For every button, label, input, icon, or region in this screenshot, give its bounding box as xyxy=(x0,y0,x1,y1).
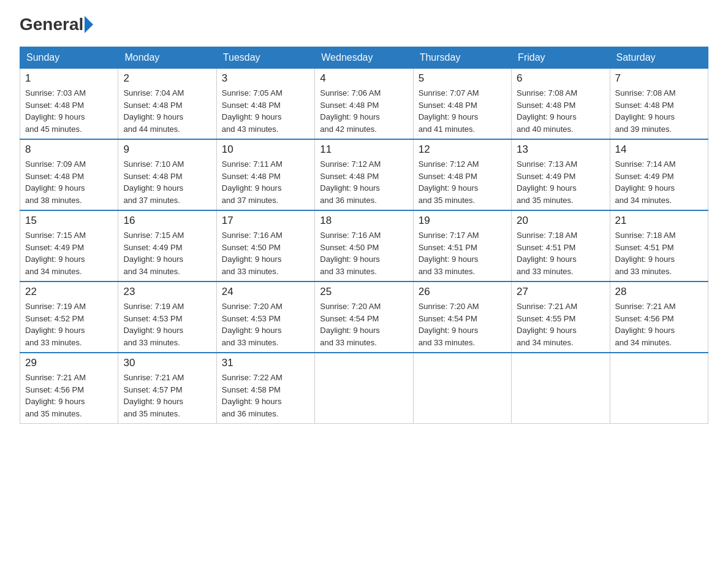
table-row: 17 Sunrise: 7:16 AM Sunset: 4:50 PM Dayl… xyxy=(216,210,314,282)
day-number: 3 xyxy=(222,72,309,85)
table-row: 7 Sunrise: 7:08 AM Sunset: 4:48 PM Dayli… xyxy=(610,69,708,140)
table-row xyxy=(512,353,610,424)
table-row xyxy=(315,353,413,424)
day-info: Sunrise: 7:06 AM Sunset: 4:48 PM Dayligh… xyxy=(320,87,408,135)
day-info: Sunrise: 7:22 AM Sunset: 4:58 PM Dayligh… xyxy=(222,372,309,419)
day-info: Sunrise: 7:11 AM Sunset: 4:48 PM Dayligh… xyxy=(222,158,309,206)
day-info: Sunrise: 7:16 AM Sunset: 4:50 PM Dayligh… xyxy=(320,229,408,277)
table-row: 1 Sunrise: 7:03 AM Sunset: 4:48 PM Dayli… xyxy=(20,69,118,140)
day-number: 1 xyxy=(25,72,113,85)
day-info: Sunrise: 7:08 AM Sunset: 4:48 PM Dayligh… xyxy=(517,87,604,135)
calendar-week-3: 15 Sunrise: 7:15 AM Sunset: 4:49 PM Dayl… xyxy=(20,210,708,282)
table-row: 18 Sunrise: 7:16 AM Sunset: 4:50 PM Dayl… xyxy=(315,210,413,282)
table-row: 23 Sunrise: 7:19 AM Sunset: 4:53 PM Dayl… xyxy=(118,282,216,353)
day-info: Sunrise: 7:17 AM Sunset: 4:51 PM Dayligh… xyxy=(419,229,506,277)
day-number: 5 xyxy=(419,72,506,85)
day-info: Sunrise: 7:10 AM Sunset: 4:48 PM Dayligh… xyxy=(123,158,211,206)
table-row: 8 Sunrise: 7:09 AM Sunset: 4:48 PM Dayli… xyxy=(20,139,118,210)
table-row: 30 Sunrise: 7:21 AM Sunset: 4:57 PM Dayl… xyxy=(118,353,216,424)
day-info: Sunrise: 7:21 AM Sunset: 4:55 PM Dayligh… xyxy=(517,301,604,348)
day-number: 20 xyxy=(517,215,604,227)
day-number: 21 xyxy=(615,215,703,227)
day-info: Sunrise: 7:05 AM Sunset: 4:48 PM Dayligh… xyxy=(222,87,309,135)
day-number: 11 xyxy=(320,144,408,156)
day-info: Sunrise: 7:15 AM Sunset: 4:49 PM Dayligh… xyxy=(123,229,211,277)
day-info: Sunrise: 7:18 AM Sunset: 4:51 PM Dayligh… xyxy=(517,229,604,277)
col-thursday: Thursday xyxy=(413,47,511,69)
table-row: 20 Sunrise: 7:18 AM Sunset: 4:51 PM Dayl… xyxy=(512,210,610,282)
calendar-week-5: 29 Sunrise: 7:21 AM Sunset: 4:56 PM Dayl… xyxy=(20,353,708,424)
table-row: 28 Sunrise: 7:21 AM Sunset: 4:56 PM Dayl… xyxy=(610,282,708,353)
table-row: 4 Sunrise: 7:06 AM Sunset: 4:48 PM Dayli… xyxy=(315,69,413,140)
day-number: 9 xyxy=(123,144,211,156)
table-row: 3 Sunrise: 7:05 AM Sunset: 4:48 PM Dayli… xyxy=(216,69,314,140)
day-number: 10 xyxy=(222,144,309,156)
table-row: 10 Sunrise: 7:11 AM Sunset: 4:48 PM Dayl… xyxy=(216,139,314,210)
table-row: 21 Sunrise: 7:18 AM Sunset: 4:51 PM Dayl… xyxy=(610,210,708,282)
logo-triangle-icon xyxy=(85,16,93,33)
col-friday: Friday xyxy=(512,47,610,69)
day-number: 26 xyxy=(419,286,506,298)
day-info: Sunrise: 7:20 AM Sunset: 4:53 PM Dayligh… xyxy=(222,301,309,348)
day-info: Sunrise: 7:12 AM Sunset: 4:48 PM Dayligh… xyxy=(419,158,506,206)
day-info: Sunrise: 7:16 AM Sunset: 4:50 PM Dayligh… xyxy=(222,229,309,277)
day-info: Sunrise: 7:19 AM Sunset: 4:52 PM Dayligh… xyxy=(25,301,113,348)
table-row: 6 Sunrise: 7:08 AM Sunset: 4:48 PM Dayli… xyxy=(512,69,610,140)
table-row: 24 Sunrise: 7:20 AM Sunset: 4:53 PM Dayl… xyxy=(216,282,314,353)
day-number: 4 xyxy=(320,72,408,85)
day-number: 8 xyxy=(25,144,113,156)
day-info: Sunrise: 7:04 AM Sunset: 4:48 PM Dayligh… xyxy=(123,87,211,135)
calendar-table: Sunday Monday Tuesday Wednesday Thursday… xyxy=(20,47,708,424)
table-row: 26 Sunrise: 7:20 AM Sunset: 4:54 PM Dayl… xyxy=(413,282,511,353)
day-number: 2 xyxy=(123,72,211,85)
col-saturday: Saturday xyxy=(610,47,708,69)
col-sunday: Sunday xyxy=(20,47,118,69)
day-number: 14 xyxy=(615,144,703,156)
day-info: Sunrise: 7:03 AM Sunset: 4:48 PM Dayligh… xyxy=(25,87,113,135)
table-row: 31 Sunrise: 7:22 AM Sunset: 4:58 PM Dayl… xyxy=(216,353,314,424)
day-info: Sunrise: 7:12 AM Sunset: 4:48 PM Dayligh… xyxy=(320,158,408,206)
day-info: Sunrise: 7:18 AM Sunset: 4:51 PM Dayligh… xyxy=(615,229,703,277)
day-info: Sunrise: 7:19 AM Sunset: 4:53 PM Dayligh… xyxy=(123,301,211,348)
table-row: 16 Sunrise: 7:15 AM Sunset: 4:49 PM Dayl… xyxy=(118,210,216,282)
day-number: 16 xyxy=(123,215,211,227)
day-number: 15 xyxy=(25,215,113,227)
day-info: Sunrise: 7:21 AM Sunset: 4:56 PM Dayligh… xyxy=(615,301,703,348)
table-row: 27 Sunrise: 7:21 AM Sunset: 4:55 PM Dayl… xyxy=(512,282,610,353)
day-number: 12 xyxy=(419,144,506,156)
table-row: 13 Sunrise: 7:13 AM Sunset: 4:49 PM Dayl… xyxy=(512,139,610,210)
calendar-week-1: 1 Sunrise: 7:03 AM Sunset: 4:48 PM Dayli… xyxy=(20,69,708,140)
day-info: Sunrise: 7:21 AM Sunset: 4:57 PM Dayligh… xyxy=(123,372,211,419)
day-info: Sunrise: 7:09 AM Sunset: 4:48 PM Dayligh… xyxy=(25,158,113,206)
col-tuesday: Tuesday xyxy=(216,47,314,69)
col-monday: Monday xyxy=(118,47,216,69)
logo-general-text: General xyxy=(20,15,83,34)
table-row: 15 Sunrise: 7:15 AM Sunset: 4:49 PM Dayl… xyxy=(20,210,118,282)
table-row: 25 Sunrise: 7:20 AM Sunset: 4:54 PM Dayl… xyxy=(315,282,413,353)
table-row: 14 Sunrise: 7:14 AM Sunset: 4:49 PM Dayl… xyxy=(610,139,708,210)
calendar-header-row: Sunday Monday Tuesday Wednesday Thursday… xyxy=(20,47,708,69)
logo: General xyxy=(20,15,94,34)
day-number: 29 xyxy=(25,357,113,369)
table-row: 2 Sunrise: 7:04 AM Sunset: 4:48 PM Dayli… xyxy=(118,69,216,140)
calendar-week-4: 22 Sunrise: 7:19 AM Sunset: 4:52 PM Dayl… xyxy=(20,282,708,353)
table-row: 9 Sunrise: 7:10 AM Sunset: 4:48 PM Dayli… xyxy=(118,139,216,210)
table-row xyxy=(413,353,511,424)
table-row: 5 Sunrise: 7:07 AM Sunset: 4:48 PM Dayli… xyxy=(413,69,511,140)
day-info: Sunrise: 7:21 AM Sunset: 4:56 PM Dayligh… xyxy=(25,372,113,419)
day-number: 27 xyxy=(517,286,604,298)
day-info: Sunrise: 7:14 AM Sunset: 4:49 PM Dayligh… xyxy=(615,158,703,206)
day-number: 28 xyxy=(615,286,703,298)
day-info: Sunrise: 7:20 AM Sunset: 4:54 PM Dayligh… xyxy=(419,301,506,348)
day-number: 24 xyxy=(222,286,309,298)
calendar-week-2: 8 Sunrise: 7:09 AM Sunset: 4:48 PM Dayli… xyxy=(20,139,708,210)
page-header: General xyxy=(20,15,708,34)
day-info: Sunrise: 7:13 AM Sunset: 4:49 PM Dayligh… xyxy=(517,158,604,206)
day-number: 22 xyxy=(25,286,113,298)
table-row xyxy=(610,353,708,424)
table-row: 12 Sunrise: 7:12 AM Sunset: 4:48 PM Dayl… xyxy=(413,139,511,210)
day-info: Sunrise: 7:08 AM Sunset: 4:48 PM Dayligh… xyxy=(615,87,703,135)
day-number: 17 xyxy=(222,215,309,227)
day-info: Sunrise: 7:20 AM Sunset: 4:54 PM Dayligh… xyxy=(320,301,408,348)
day-number: 19 xyxy=(419,215,506,227)
